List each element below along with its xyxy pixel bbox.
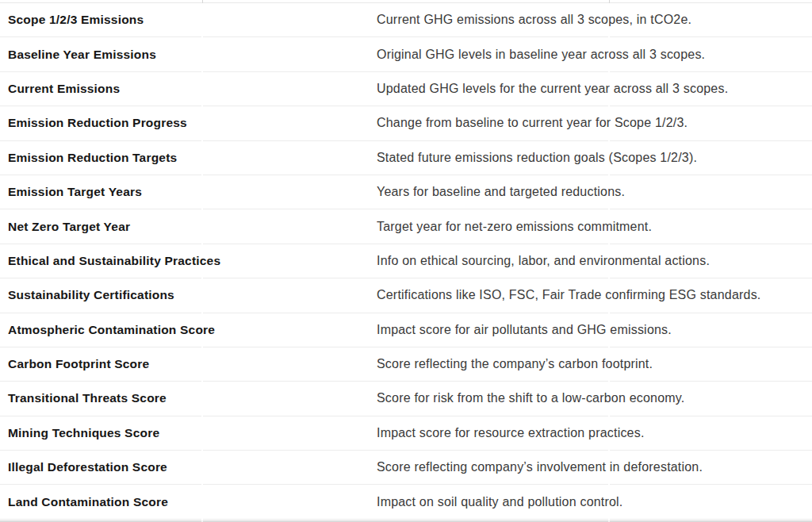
description-text: Stated future emissions reduction goals … bbox=[377, 151, 697, 164]
term-label: Carbon Footprint Score bbox=[8, 357, 149, 370]
term-cell[interactable]: Illegal Deforestation Score bbox=[0, 460, 377, 474]
term-cell[interactable]: Atmospheric Contamination Score bbox=[0, 323, 377, 337]
description-cell[interactable]: Certifications like ISO, FSC, Fair Trade… bbox=[377, 288, 812, 302]
term-cell[interactable]: Carbon Footprint Score bbox=[0, 357, 377, 371]
description-cell[interactable]: Impact score for air pollutants and GHG … bbox=[377, 323, 812, 337]
table-row: Transitional Threats Score Score for ris… bbox=[0, 382, 812, 416]
description-text: Certifications like ISO, FSC, Fair Trade… bbox=[377, 288, 760, 301]
term-cell[interactable]: Emission Target Years bbox=[0, 185, 377, 199]
term-cell[interactable]: Mining Techniques Score bbox=[0, 426, 377, 440]
table-row: Land Contamination Score Impact on soil … bbox=[0, 485, 812, 519]
description-text: Score reflecting company’s involvement i… bbox=[377, 460, 703, 474]
term-label: Land Contamination Score bbox=[8, 495, 168, 509]
term-label: Sustainability Certifications bbox=[8, 288, 174, 301]
term-label: Mining Techniques Score bbox=[8, 426, 159, 439]
term-cell[interactable]: Net Zero Target Year bbox=[0, 220, 377, 234]
term-cell[interactable]: Scope 1/2/3 Emissions bbox=[0, 13, 377, 27]
term-cell[interactable]: Current Emissions bbox=[0, 82, 377, 96]
description-cell[interactable]: Impact on soil quality and pollution con… bbox=[377, 495, 812, 509]
term-cell[interactable]: Emission Reduction Targets bbox=[0, 151, 377, 165]
term-cell[interactable]: Transitional Threats Score bbox=[0, 391, 377, 405]
term-label: Current Emissions bbox=[8, 82, 120, 95]
table-row: Carbon Footprint Score Score reflecting … bbox=[0, 347, 812, 382]
table-row: Scope 1/2/3 Emissions Current GHG emissi… bbox=[0, 3, 812, 37]
description-text: Years for baseline and targeted reductio… bbox=[377, 185, 625, 198]
table-row: Ethical and Sustainability Practices Inf… bbox=[0, 244, 812, 278]
description-cell[interactable]: Years for baseline and targeted reductio… bbox=[377, 185, 812, 199]
description-text: Impact score for resource extraction pra… bbox=[377, 426, 645, 439]
term-label: Transitional Threats Score bbox=[8, 391, 167, 405]
description-text: Impact on soil quality and pollution con… bbox=[377, 495, 623, 509]
description-cell[interactable]: Score reflecting company’s involvement i… bbox=[377, 460, 812, 474]
glossary-table-view: Scope 1/2/3 Emissions Current GHG emissi… bbox=[0, 0, 812, 522]
table-row: Current Emissions Updated GHG levels for… bbox=[0, 72, 812, 106]
description-cell[interactable]: Stated future emissions reduction goals … bbox=[377, 151, 812, 165]
description-text: Target year for net-zero emissions commi… bbox=[377, 220, 652, 233]
description-cell[interactable]: Target year for net-zero emissions commi… bbox=[377, 220, 812, 234]
term-cell[interactable]: Baseline Year Emissions bbox=[0, 48, 377, 62]
description-text: Updated GHG levels for the current year … bbox=[377, 82, 728, 95]
term-label: Illegal Deforestation Score bbox=[8, 460, 167, 474]
description-text: Original GHG levels in baseline year acr… bbox=[377, 48, 705, 61]
description-cell[interactable]: Impact score for resource extraction pra… bbox=[377, 426, 812, 440]
description-cell[interactable]: Change from baseline to current year for… bbox=[377, 116, 812, 130]
term-label: Emission Reduction Progress bbox=[8, 116, 187, 129]
table-row: Emission Target Years Years for baseline… bbox=[0, 175, 812, 209]
table-row: Emission Reduction Progress Change from … bbox=[0, 106, 812, 140]
term-cell[interactable]: Land Contamination Score bbox=[0, 495, 377, 509]
term-label: Ethical and Sustainability Practices bbox=[8, 254, 220, 267]
term-cell[interactable]: Sustainability Certifications bbox=[0, 288, 377, 302]
description-text: Score reflecting the company’s carbon fo… bbox=[377, 357, 653, 370]
table-row: Atmospheric Contamination Score Impact s… bbox=[0, 313, 812, 347]
term-label: Baseline Year Emissions bbox=[8, 48, 156, 61]
table-row: Emission Reduction Targets Stated future… bbox=[0, 141, 812, 175]
description-cell[interactable]: Updated GHG levels for the current year … bbox=[377, 82, 812, 96]
table-row: Mining Techniques Score Impact score for… bbox=[0, 416, 812, 451]
description-text: Current GHG emissions across all 3 scope… bbox=[377, 13, 691, 26]
term-cell[interactable]: Emission Reduction Progress bbox=[0, 116, 377, 130]
description-cell[interactable]: Score reflecting the company’s carbon fo… bbox=[377, 357, 812, 371]
term-label: Emission Target Years bbox=[8, 185, 142, 198]
term-label: Net Zero Target Year bbox=[8, 220, 130, 233]
term-label: Atmospheric Contamination Score bbox=[8, 323, 215, 336]
description-text: Impact score for air pollutants and GHG … bbox=[377, 323, 672, 336]
description-text: Info on ethical sourcing, labor, and env… bbox=[377, 254, 710, 267]
term-label: Emission Reduction Targets bbox=[8, 151, 177, 164]
description-text: Score for risk from the shift to a low-c… bbox=[377, 391, 684, 405]
term-cell[interactable]: Ethical and Sustainability Practices bbox=[0, 254, 377, 268]
table-row: Sustainability Certifications Certificat… bbox=[0, 278, 812, 313]
description-text: Change from baseline to current year for… bbox=[377, 116, 688, 129]
description-cell[interactable]: Current GHG emissions across all 3 scope… bbox=[377, 13, 812, 27]
description-cell[interactable]: Original GHG levels in baseline year acr… bbox=[377, 48, 812, 62]
table-row: Baseline Year Emissions Original GHG lev… bbox=[0, 37, 812, 71]
description-cell[interactable]: Info on ethical sourcing, labor, and env… bbox=[377, 254, 812, 268]
table-row: Illegal Deforestation Score Score reflec… bbox=[0, 451, 812, 485]
term-label: Scope 1/2/3 Emissions bbox=[8, 13, 144, 26]
table-row: Net Zero Target Year Target year for net… bbox=[0, 209, 812, 244]
description-cell[interactable]: Score for risk from the shift to a low-c… bbox=[377, 391, 812, 405]
glossary-rows: Scope 1/2/3 Emissions Current GHG emissi… bbox=[0, 3, 812, 520]
